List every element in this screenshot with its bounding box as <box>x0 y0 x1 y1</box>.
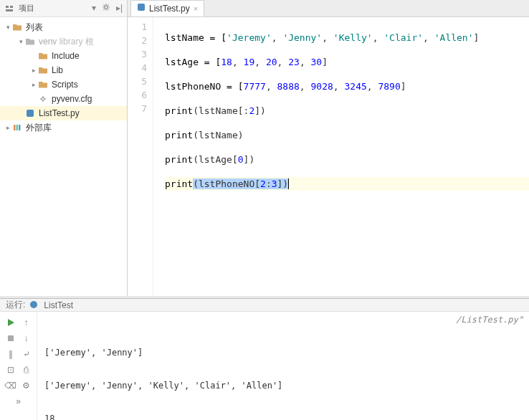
tree-label: 外部库 <box>26 122 52 134</box>
more-icon[interactable]: » <box>12 395 25 408</box>
tree-item-listtest[interactable]: ListTest.py <box>0 106 127 120</box>
settings-icon[interactable]: ⚙ <box>20 379 33 392</box>
tree-item-root[interactable]: ▾ 列表 <box>0 20 127 34</box>
down-icon[interactable]: ↓ <box>20 332 33 345</box>
wrap-icon[interactable]: ⤶ <box>20 348 33 361</box>
tree-item-lib[interactable]: ▸ Lib <box>0 63 127 77</box>
print-icon[interactable]: ⎙ <box>20 363 33 376</box>
run-toolbar: ↑ ↓ ‖ ⤶ ⊡ ⎙ ⌫ ⚙ » <box>0 312 37 420</box>
tree-item-venv[interactable]: ▾ venv library 根 <box>0 34 127 49</box>
svg-rect-0 <box>6 6 9 8</box>
svg-point-4 <box>42 97 44 100</box>
python-file-icon <box>24 108 36 118</box>
tab-bar: ListTest.py × <box>128 0 529 17</box>
svg-point-10 <box>30 301 37 308</box>
output-line: ['Jeremy', 'Jenny', 'Kelly', 'Clair', 'A… <box>44 379 522 392</box>
svg-rect-7 <box>16 125 19 130</box>
folder-icon <box>37 65 49 75</box>
run-config-name: ListTest <box>44 300 73 310</box>
python-file-icon <box>137 3 146 14</box>
close-icon[interactable]: × <box>194 4 198 13</box>
tree-item-include[interactable]: Include <box>0 49 127 63</box>
project-sidebar: 项目 ▾ ▸| ▾ 列表 ▾ venv library 根 <box>0 0 128 296</box>
folder-icon <box>24 37 36 47</box>
up-icon[interactable]: ↑ <box>20 316 33 329</box>
clear-icon[interactable]: ⌫ <box>4 379 17 392</box>
svg-rect-5 <box>27 110 34 117</box>
chevron-down-icon: ▾ <box>17 38 24 45</box>
chevron-right-icon: ▸ <box>30 67 37 74</box>
chevron-right-icon: ▸ <box>4 124 11 131</box>
project-tree: ▾ 列表 ▾ venv library 根 Include ▸ Lib ▸ <box>0 17 127 138</box>
pause-icon[interactable]: ‖ <box>4 348 17 361</box>
svg-rect-11 <box>8 335 14 341</box>
project-view-icon[interactable] <box>4 4 14 14</box>
tree-label: venv library 根 <box>39 36 94 48</box>
tab-filename: ListTest.py <box>149 4 190 14</box>
folder-icon <box>37 80 49 90</box>
svg-point-3 <box>105 6 108 9</box>
sidebar-title: 项目 <box>19 3 87 14</box>
tree-label: Lib <box>52 65 63 75</box>
chevron-right-icon: ▸ <box>30 81 37 88</box>
run-tool-window: 运行: ListTest ↑ ↓ ‖ ⤶ ⊡ ⎙ ⌫ ⚙ <box>0 298 529 420</box>
script-path: /ListTest.py" <box>456 315 523 325</box>
tree-item-external-libs[interactable]: ▸ 外部库 <box>0 120 127 135</box>
code-editor[interactable]: 1 2 3 4 5 6 7 lstName = ['Jeremy', 'Jenn… <box>128 17 529 296</box>
collapse-icon[interactable]: ▸| <box>116 3 123 14</box>
rerun-icon[interactable] <box>4 316 17 329</box>
svg-rect-9 <box>138 4 145 11</box>
svg-rect-1 <box>6 9 13 11</box>
tree-item-scripts[interactable]: ▸ Scripts <box>0 77 127 92</box>
tree-label: pyvenv.cfg <box>52 94 92 104</box>
code-content[interactable]: lstName = ['Jeremy', 'Jenny', 'Kelly', '… <box>153 17 529 296</box>
editor-area: ListTest.py × 1 2 3 4 5 6 7 lstName = ['… <box>128 0 529 296</box>
library-icon <box>11 123 23 133</box>
gear-icon[interactable] <box>102 3 110 14</box>
svg-rect-2 <box>10 6 13 8</box>
svg-rect-6 <box>14 125 16 130</box>
folder-icon <box>37 51 49 61</box>
svg-rect-8 <box>19 125 21 130</box>
dropdown-icon[interactable]: ▾ <box>92 3 96 14</box>
editor-tab[interactable]: ListTest.py × <box>130 0 204 16</box>
output-line: 18 <box>44 412 522 420</box>
console-output[interactable]: /ListTest.py" ['Jeremy', 'Jenny'] ['Jere… <box>37 312 529 420</box>
tree-label: 列表 <box>26 22 43 34</box>
run-header: 运行: ListTest <box>0 299 529 312</box>
chevron-down-icon: ▾ <box>4 24 11 31</box>
sidebar-header: 项目 ▾ ▸| <box>0 0 127 17</box>
run-header-label: 运行: <box>6 299 25 311</box>
tree-label: Scripts <box>52 80 78 90</box>
tree-label: Include <box>52 51 80 61</box>
tree-item-pyvenv[interactable]: pyvenv.cfg <box>0 92 127 106</box>
tree-label: ListTest.py <box>39 108 80 118</box>
output-line: ['Jeremy', 'Jenny'] <box>44 346 522 359</box>
folder-icon <box>11 22 23 32</box>
config-file-icon <box>37 94 49 104</box>
python-icon <box>29 300 39 310</box>
stop-icon[interactable] <box>4 332 17 345</box>
exit-icon[interactable]: ⊡ <box>4 363 17 376</box>
line-gutter: 1 2 3 4 5 6 7 <box>128 17 153 296</box>
